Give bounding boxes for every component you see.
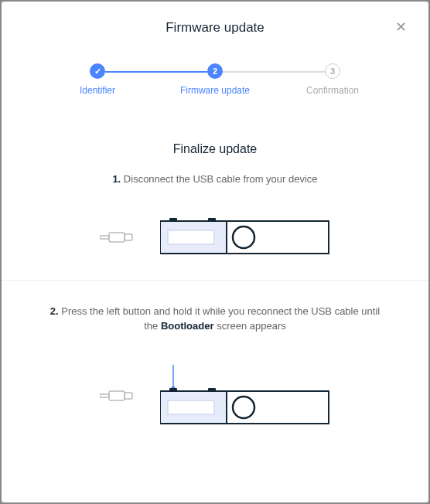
svg-rect-0 xyxy=(100,236,109,239)
modal-header: Firmware update ✕ xyxy=(23,20,407,36)
usb-cable-icon xyxy=(100,387,137,404)
instruction-step-2: 2. Press the left button and hold it whi… xyxy=(23,304,407,334)
progress-stepper: ✓ Identifier 2 Firmware update 3 Confirm… xyxy=(39,63,391,96)
checkmark-icon: ✓ xyxy=(90,63,105,79)
svg-rect-2 xyxy=(125,234,132,240)
section-2: 2. Press the left button and hold it whi… xyxy=(23,304,407,427)
section-divider xyxy=(2,280,428,281)
step-text: Disconnect the USB cable from your devic… xyxy=(124,173,318,185)
svg-rect-11 xyxy=(125,393,132,399)
svg-point-19 xyxy=(233,397,254,418)
step-text-bold: Bootloader xyxy=(161,320,214,332)
step-number: 3 xyxy=(325,63,340,79)
svg-point-8 xyxy=(233,226,254,248)
step-label: Identifier xyxy=(39,85,156,96)
instruction-step-1: 1. Disconnect the USB cable from your de… xyxy=(23,172,407,187)
svg-rect-6 xyxy=(168,230,214,244)
step-number: 2. xyxy=(50,305,59,317)
ledger-device-press-icon xyxy=(160,365,330,427)
svg-rect-10 xyxy=(109,391,125,400)
svg-rect-17 xyxy=(168,400,214,414)
step-label: Firmware update xyxy=(156,85,274,96)
device-illustration-disconnect xyxy=(23,218,407,257)
firmware-update-modal: Firmware update ✕ ✓ Identifier 2 Firmwar… xyxy=(2,2,428,502)
svg-rect-1 xyxy=(109,233,125,242)
step-label: Confirmation xyxy=(274,85,391,96)
ledger-device-icon xyxy=(160,218,330,257)
device-illustration-reconnect xyxy=(23,365,407,427)
close-icon[interactable]: ✕ xyxy=(395,20,407,34)
step-text-after: screen appears xyxy=(214,320,286,332)
svg-rect-9 xyxy=(100,394,109,397)
usb-cable-icon xyxy=(100,229,137,246)
step-identifier: ✓ Identifier xyxy=(39,63,156,96)
modal-content: Finalize update 1. Disconnect the USB ca… xyxy=(23,142,407,427)
content-subtitle: Finalize update xyxy=(23,142,407,156)
modal-title: Firmware update xyxy=(23,20,407,36)
step-firmware-update: 2 Firmware update xyxy=(156,63,274,96)
step-number: 1. xyxy=(112,173,121,185)
step-number: 2 xyxy=(207,63,223,79)
step-confirmation: 3 Confirmation xyxy=(274,63,391,96)
